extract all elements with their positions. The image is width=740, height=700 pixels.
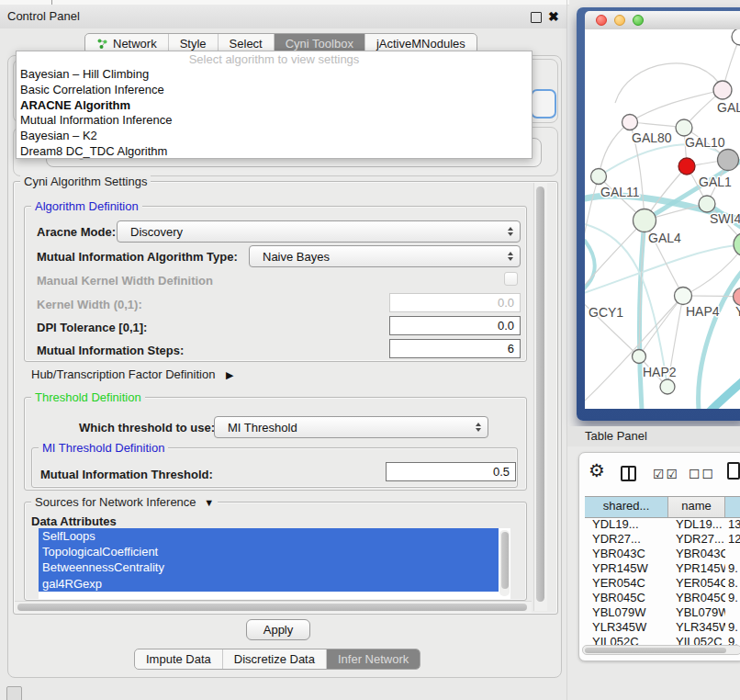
tab-infer-network[interactable]: Infer Network [326,649,420,669]
table-cell: YBR045C [585,591,668,605]
table-cell: YDR27... [585,532,668,547]
table-cell: YBR043C [585,547,668,561]
stepper-icon [508,252,513,261]
which-threshold-select[interactable]: MI Threshold [214,416,488,438]
minimize-traffic-light[interactable] [614,15,625,26]
network-canvas[interactable]: GALGAL80GAL10GAL1GAL11SWI4GAL4GCY1HAP4YH… [585,29,740,409]
select-all-icon[interactable]: ☑☑ [653,467,679,481]
network-node-hap2[interactable] [633,350,646,364]
hub-expander-label: Hub/Transcription Factor Definition [31,367,215,381]
tab-label: Cyni Toolbox [286,37,353,51]
mi-algorithm-type-select[interactable]: Naive Bayes [249,245,521,267]
table-row[interactable]: YIL052CYIL052C9. [585,635,740,645]
panel-divider [566,0,567,700]
kernel-width-value: 0.0 [498,296,514,310]
settings-vertical-scrollbar[interactable] [533,183,547,611]
mi-threshold-label: Mutual Information Threshold: [40,468,213,481]
network-node[interactable] [660,379,675,394]
table-cell: YIL052C [668,635,725,645]
tab-impute-data[interactable]: Impute Data [135,649,222,669]
list-scrollbar[interactable] [499,530,510,596]
mi-type-label: Mutual Information Algorithm Type: [37,250,238,264]
table-horizontal-scrollbar[interactable] [582,645,740,655]
table-row[interactable]: YBR045CYBR045C9. [585,591,740,605]
data-attributes-list[interactable]: SelfLoopsTopologicalCoefficientBetweenne… [39,528,510,599]
network-node-swi4[interactable] [699,196,715,212]
algorithm-option-mutual-information-inference[interactable]: Mutual Information Inference [17,113,532,129]
close-traffic-light[interactable] [596,15,607,26]
network-node-y[interactable] [734,288,740,306]
network-node-gal10[interactable] [676,119,692,136]
network-node-hap4[interactable] [675,288,692,305]
mi-steps-input[interactable]: 6 [389,339,521,358]
table-row[interactable]: YBR043CYBR043C [585,547,740,561]
table-cell: 9. [725,561,740,576]
dpi-tolerance-input[interactable]: 0.0 [389,316,521,335]
algorithm-option-bayesian-hill-climbing[interactable]: Bayesian – Hill Climbing [17,67,532,83]
algorithm-definition-title: Algorithm Definition [31,199,142,213]
table-row[interactable]: YPR145WYPR145W9. [585,561,740,576]
which-threshold-label: Which threshold to use: [79,421,215,435]
aracne-mode-select[interactable]: Discovery [117,220,521,243]
network-node-gal80[interactable] [622,115,638,130]
node-label-swi4: SWI4 [710,211,740,226]
network-node-gal1[interactable] [678,158,695,175]
manual-kernel-checkbox[interactable] [504,272,518,286]
hub-expander[interactable]: Hub/Transcription Factor Definition ▶ [31,367,233,381]
tab-label: Style [180,37,207,51]
network-node-gal[interactable] [713,81,732,99]
attribute-item-selfloops[interactable]: SelfLoops [39,528,499,544]
algorithm-dropdown-popup: Select algorithm to view settings Bayesi… [16,51,533,159]
network-node[interactable] [732,29,740,45]
tab-discretize-data[interactable]: Discretize Data [222,649,326,669]
attribute-item-betweennesscentrality[interactable]: BetweennessCentrality [39,559,499,575]
algorithm-dropdown-items: Bayesian – Hill ClimbingBasic Correlatio… [17,67,532,160]
network-node[interactable] [718,150,739,171]
apply-button[interactable]: Apply [246,619,310,640]
close-icon[interactable]: ✖ [548,8,559,25]
table-cell: YPR145W [668,561,725,576]
sources-title[interactable]: Sources for Network Inference ▼ [31,495,218,509]
network-window-titlebar[interactable] [585,11,740,29]
which-threshold-value: MI Threshold [228,421,297,435]
settings-horizontal-scrollbar[interactable] [15,601,532,613]
algorithm-option-basic-correlation-inference[interactable]: Basic Correlation Inference [17,83,532,98]
split-columns-icon[interactable] [621,466,636,481]
table-cell: YLR345W [585,620,668,635]
float-window-icon[interactable] [531,12,542,23]
algorithm-option-aracne-algorithm[interactable]: ARACNE Algorithm [17,98,532,114]
table-row[interactable]: YDR27...YDR27...12 [585,532,740,547]
table-cell: YPR145W [585,561,668,576]
column-header-name[interactable]: name [668,497,725,517]
algorithm-option-bayesian-k2[interactable]: Bayesian – K2 [17,129,532,144]
column-header-blank[interactable] [725,497,740,517]
zoom-traffic-light[interactable] [633,15,644,26]
focused-button[interactable] [531,89,556,119]
mi-threshold-input[interactable]: 0.5 [386,462,516,481]
new-table-icon[interactable] [727,462,740,480]
attribute-item-topologicalcoefficient[interactable]: TopologicalCoefficient [39,544,499,559]
mi-steps-value: 6 [508,342,514,356]
table-panel-titlebar: Table Panel [567,426,740,446]
table-row[interactable]: YDL19...YDL19...13 [585,517,740,532]
node-label-gcy1: GCY1 [589,305,623,320]
network-node-gal4[interactable] [633,209,656,232]
table-row[interactable]: YER054CYER054C8. [585,576,740,591]
expand-right-icon: ▶ [226,369,233,380]
node-label-gal: GAL [717,100,740,115]
data-attributes-label: Data Attributes [31,514,117,528]
gear-icon[interactable]: ⚙ [589,460,605,480]
column-header-shared[interactable]: shared... [585,497,668,517]
network-node[interactable] [734,232,740,256]
table-row[interactable]: YBL079WYBL079W [585,605,740,620]
corner-widget[interactable] [6,686,22,700]
aracne-mode-label: Aracne Mode: [37,225,116,239]
deselect-all-icon[interactable]: ☐☐ [689,467,715,481]
table-cell: YDR27... [668,532,725,547]
attribute-item-gal4rgexp[interactable]: gal4RGexp [39,576,499,592]
table-cell: 9. [725,620,740,635]
algorithm-option-dream8-dc-tdc-algorithm[interactable]: Dream8 DC_TDC Algorithm [17,144,532,160]
table-row[interactable]: YLR345WYLR345W9. [585,620,740,635]
table-cell [725,547,740,561]
network-node-gal11[interactable] [591,169,607,185]
